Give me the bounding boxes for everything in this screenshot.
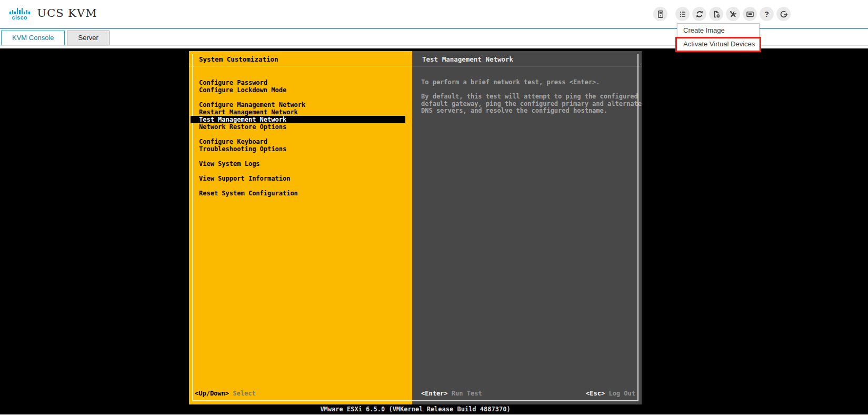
dcui-window: System Customization Configure Password … bbox=[189, 51, 642, 404]
tab-server[interactable]: Server bbox=[67, 31, 109, 45]
help-button[interactable]: ? bbox=[760, 7, 774, 21]
help-icon: ? bbox=[764, 10, 769, 18]
detail-body-line: By default, this test will attempt to pi… bbox=[421, 93, 642, 101]
detail-body-line bbox=[421, 86, 642, 94]
detail-body-line: To perform a brief network test, press <… bbox=[421, 79, 642, 86]
menu-item[interactable]: Reset System Configuration bbox=[189, 190, 412, 197]
run-test-action-hint: Run Test bbox=[452, 390, 482, 397]
menu-item[interactable]: Troubleshooting Options bbox=[189, 145, 412, 153]
esc-key-hint: <Esc> bbox=[586, 390, 605, 397]
refresh-button[interactable] bbox=[692, 7, 706, 21]
menu-item[interactable]: Configure Management Network bbox=[189, 101, 412, 108]
menu-item[interactable]: Configure Password bbox=[189, 79, 412, 86]
menu-item-selected[interactable]: Test Management Network bbox=[191, 116, 405, 123]
kvm-screen[interactable]: System Customization Configure Password … bbox=[0, 48, 868, 414]
cisco-logo-text: cisco bbox=[12, 15, 27, 21]
dcui-menu: Configure Password Configure Lockdown Mo… bbox=[189, 66, 412, 197]
menu-item-activate-virtual-devices[interactable]: Activate Virtual Devices bbox=[677, 37, 759, 51]
detail-body-line: default gateway, ping the configured pri… bbox=[421, 101, 642, 108]
ucs-kvm-app: cisco UCS KVM bbox=[0, 0, 868, 415]
menu-item[interactable]: Restart Management Network bbox=[189, 108, 412, 116]
brand: cisco UCS KVM bbox=[0, 7, 97, 21]
select-action-hint: Select bbox=[233, 390, 255, 397]
menu-spacer bbox=[189, 182, 412, 190]
virtual-media-menu: Create Image Activate Virtual Devices bbox=[677, 23, 760, 52]
toolbar: ? bbox=[653, 7, 791, 21]
dcui-menu-panel: System Customization Configure Password … bbox=[189, 51, 412, 404]
menu-item-create-image[interactable]: Create Image bbox=[677, 24, 759, 37]
menu-item[interactable]: Configure Lockdown Mode bbox=[189, 86, 412, 94]
menu-item-activate-wrap: Activate Virtual Devices bbox=[677, 37, 759, 51]
dcui-detail-panel: Test Management Network To perform a bri… bbox=[412, 51, 642, 404]
esxi-version-line: VMware ESXi 6.5.0 (VMKernel Release Buil… bbox=[189, 406, 642, 413]
updown-key-hint: <Up/Down> bbox=[195, 390, 229, 397]
menu-item[interactable]: View Support Information bbox=[189, 175, 412, 182]
server-button[interactable] bbox=[653, 7, 667, 21]
menu-spacer bbox=[189, 94, 412, 101]
esc-hint: <Esc> Log Out bbox=[586, 390, 635, 397]
tools-icon bbox=[729, 10, 737, 18]
menu-item[interactable]: Configure Keyboard bbox=[189, 138, 412, 145]
menu-item[interactable]: Network Restore Options bbox=[189, 123, 412, 131]
menu-spacer bbox=[189, 153, 412, 160]
detail-body: To perform a brief network test, press <… bbox=[412, 66, 642, 115]
refresh-icon bbox=[695, 10, 704, 18]
detail-body-line: DNS servers, and resolve the configured … bbox=[421, 107, 642, 115]
exit-icon bbox=[780, 10, 788, 18]
cisco-logo: cisco bbox=[9, 7, 30, 22]
cisco-logo-bars bbox=[9, 7, 30, 14]
virtual-media-icon bbox=[712, 10, 721, 18]
detail-panel-title: Test Management Network bbox=[412, 51, 642, 66]
macros-button[interactable] bbox=[675, 7, 690, 21]
detail-footer-hints: <Enter> Run Test <Esc> Log Out bbox=[412, 390, 642, 397]
virtual-media-button[interactable] bbox=[709, 7, 723, 21]
menu-spacer bbox=[189, 131, 412, 138]
tools-button[interactable] bbox=[726, 7, 740, 21]
menu-item[interactable]: View System Logs bbox=[189, 160, 412, 167]
macros-list-icon bbox=[679, 10, 687, 18]
display-icon bbox=[746, 10, 754, 18]
menu-panel-title: System Customization bbox=[189, 51, 412, 66]
logout-action-hint: Log Out bbox=[608, 390, 635, 397]
server-icon bbox=[656, 10, 665, 18]
menu-spacer bbox=[189, 167, 412, 175]
enter-hint: <Enter> Run Test bbox=[421, 390, 482, 397]
menu-footer-hint: <Up/Down> Select bbox=[189, 390, 412, 397]
page-title: UCS KVM bbox=[37, 7, 97, 21]
enter-key-hint: <Enter> bbox=[421, 390, 448, 397]
tab-kvm-console[interactable]: KVM Console bbox=[1, 31, 65, 45]
exit-button[interactable] bbox=[776, 7, 791, 21]
display-button[interactable] bbox=[743, 7, 757, 21]
